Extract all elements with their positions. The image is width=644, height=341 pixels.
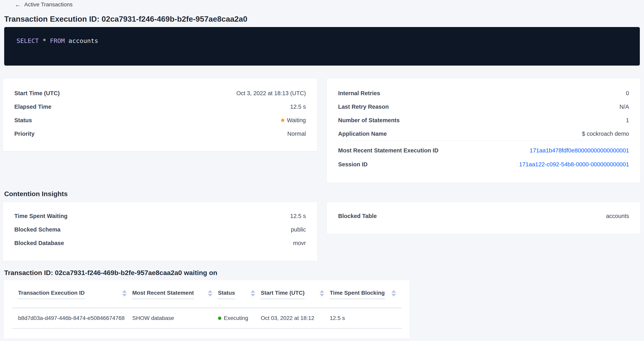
detail-label: Last Retry Reason	[338, 103, 389, 110]
sort-icon[interactable]	[250, 290, 255, 297]
detail-row: Blocked Schema public	[14, 223, 306, 236]
detail-row: Blocked Table accounts	[338, 209, 629, 223]
waiting-on-heading: Transaction ID: 02ca7931-f246-469b-b2fe-…	[4, 269, 644, 276]
cell-most-recent-statement: SHOW database	[132, 315, 218, 321]
contention-cards-row: Time Spent Waiting 12.5 s Blocked Schema…	[3, 202, 640, 261]
start-time-value: Oct 3, 2022 at 18:13 (UTC)	[236, 90, 306, 97]
cell-transaction-execution-id: b8d7d03a-d497-446b-8474-e50846674768	[18, 315, 132, 321]
sort-icon[interactable]	[320, 290, 324, 297]
detail-row: Session ID 171aa122-c092-54b8-0000-00000…	[338, 157, 629, 171]
detail-label: Priority	[14, 131, 34, 137]
detail-row: Elapsed Time 12.5 s	[14, 100, 306, 113]
status-waiting-dot-icon	[281, 119, 284, 122]
detail-row: Status Waiting	[14, 113, 306, 127]
sort-icon[interactable]	[392, 290, 396, 297]
detail-label: Blocked Schema	[14, 226, 60, 233]
status-executing-dot-icon	[218, 317, 221, 320]
status-value: Waiting	[281, 117, 306, 124]
table-header-row: Transaction Execution ID Most Recent Sta…	[12, 280, 402, 308]
table-row: b8d7d03a-d497-446b-8474-e50846674768 SHO…	[12, 308, 402, 328]
detail-row: Most Recent Statement Execution ID 171aa…	[338, 143, 629, 157]
detail-row: Number of Statements 1	[338, 113, 629, 127]
status-text: Executing	[224, 315, 248, 321]
sql-table-identifier: accounts	[68, 37, 98, 44]
cell-status: Executing	[218, 315, 261, 321]
sort-icon[interactable]	[122, 290, 127, 297]
statement-count-value: 1	[626, 117, 629, 124]
summary-cards-row: Start Time (UTC) Oct 3, 2022 at 18:13 (U…	[3, 78, 640, 183]
blocked-schema-value: public	[291, 226, 306, 233]
summary-card-right: Internal Retries 0 Last Retry Reason N/A…	[326, 78, 640, 183]
detail-row: Time Spent Waiting 12.5 s	[14, 209, 306, 223]
detail-label: Elapsed Time	[14, 103, 51, 110]
sql-keyword-select: SELECT	[16, 37, 39, 44]
detail-row: Internal Retries 0	[338, 86, 629, 100]
cell-start-time: Oct 03, 2022 at 18:12	[261, 315, 330, 321]
contention-card-right: Blocked Table accounts	[326, 202, 640, 234]
detail-row: Start Time (UTC) Oct 3, 2022 at 18:13 (U…	[14, 86, 306, 100]
internal-retries-value: 0	[626, 90, 629, 97]
status-text: Waiting	[287, 117, 306, 124]
detail-label: Blocked Database	[14, 240, 64, 246]
column-header-label: Time Spent Blocking	[330, 290, 385, 299]
breadcrumb-label: Active Transactions	[24, 1, 72, 7]
back-arrow-icon: ←	[15, 1, 21, 7]
summary-card-left: Start Time (UTC) Oct 3, 2022 at 18:13 (U…	[3, 78, 318, 151]
session-id-link[interactable]: 171aa122-c092-54b8-0000-000000000001	[519, 161, 629, 168]
card-divider	[338, 140, 629, 141]
sort-icon[interactable]	[208, 290, 212, 297]
page-title: Transaction Execution ID: 02ca7931-f246-…	[4, 15, 644, 23]
detail-label: Start Time (UTC)	[14, 90, 60, 97]
detail-label: Internal Retries	[338, 90, 380, 97]
column-header-label: Start Time (UTC)	[261, 290, 304, 299]
column-header-time-spent-blocking[interactable]: Time Spent Blocking	[330, 290, 402, 299]
detail-label: Time Spent Waiting	[14, 213, 68, 219]
table-row-line: b8d7d03a-d497-446b-8474-e50846674768 SHO…	[12, 308, 402, 329]
column-header-transaction-execution-id[interactable]: Transaction Execution ID	[18, 290, 132, 299]
detail-row: Blocked Database movr	[14, 236, 306, 250]
transaction-details-page: ← Active Transactions Transaction Execut…	[0, 0, 644, 341]
detail-label: Status	[14, 117, 32, 124]
sql-statement: SELECT * FROM accounts	[16, 37, 98, 44]
column-header-most-recent-statement[interactable]: Most Recent Statement	[132, 290, 218, 299]
column-header-label: Status	[218, 290, 235, 299]
detail-label: Application Name	[338, 131, 387, 137]
application-name-value: $ cockroach demo	[582, 131, 629, 137]
statement-execution-id-link[interactable]: 171aa1b478fdf0e80000000000000001	[530, 147, 629, 154]
column-header-label: Transaction Execution ID	[18, 290, 85, 299]
priority-value: Normal	[288, 131, 306, 137]
blocked-table-value: accounts	[606, 213, 629, 219]
detail-label: Most Recent Statement Execution ID	[338, 147, 438, 154]
sql-star: *	[42, 37, 46, 44]
contention-card-left: Time Spent Waiting 12.5 s Blocked Schema…	[3, 202, 318, 261]
column-header-status[interactable]: Status	[218, 290, 261, 299]
blocked-database-value: movr	[293, 240, 306, 246]
column-header-start-time[interactable]: Start Time (UTC)	[261, 290, 330, 299]
table-header-line: Transaction Execution ID Most Recent Sta…	[12, 280, 402, 308]
contention-insights-heading: Contention Insights	[4, 190, 644, 197]
detail-row: Last Retry Reason N/A	[338, 100, 629, 113]
column-header-label: Most Recent Statement	[132, 290, 194, 299]
detail-row: Application Name $ cockroach demo	[338, 127, 629, 140]
elapsed-time-value: 12.5 s	[290, 103, 306, 110]
waiting-transactions-table: Transaction Execution ID Most Recent Sta…	[4, 280, 410, 339]
cell-time-spent-blocking: 12.5 s	[330, 315, 402, 321]
sql-keyword-from: FROM	[50, 37, 65, 44]
detail-label: Session ID	[338, 161, 368, 168]
breadcrumb-back-link[interactable]: ← Active Transactions	[0, 0, 72, 7]
detail-label: Blocked Table	[338, 213, 377, 219]
detail-row: Priority Normal	[14, 127, 306, 140]
sql-statement-box: SELECT * FROM accounts	[4, 27, 640, 65]
time-spent-waiting-value: 12.5 s	[290, 213, 306, 219]
last-retry-reason-value: N/A	[620, 103, 629, 110]
detail-label: Number of Statements	[338, 117, 400, 124]
